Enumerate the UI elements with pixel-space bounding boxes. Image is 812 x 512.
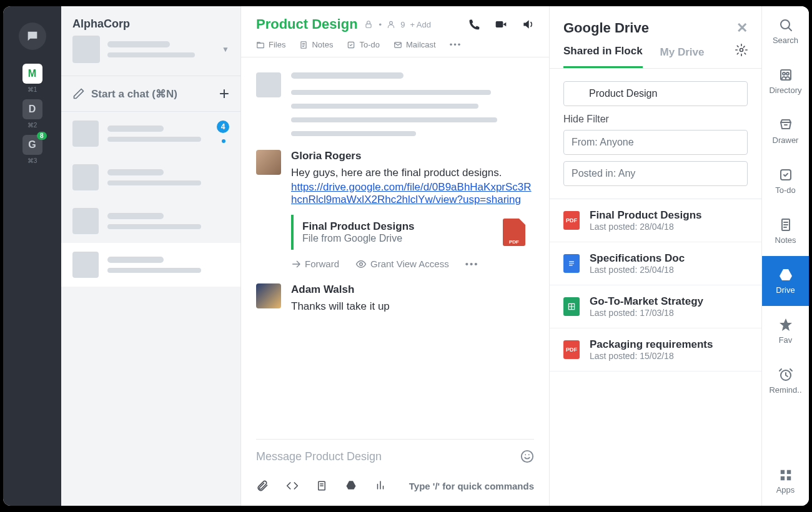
eye-icon — [355, 258, 367, 270]
add-members-link[interactable]: + Add — [410, 20, 431, 29]
rail-remind[interactable]: Remind.. — [762, 356, 809, 406]
rail-fav[interactable]: Fav — [762, 306, 809, 356]
tab-shared[interactable]: Shared in Flock — [563, 45, 643, 68]
file-item[interactable]: PDFPackaging requirementsLast posted: 15… — [550, 328, 761, 372]
msg-text: Thanks will take it up — [291, 298, 534, 315]
todo-icon — [347, 41, 355, 49]
svg-point-7 — [360, 262, 363, 265]
tab-notes[interactable]: Notes — [299, 40, 333, 49]
search-icon — [778, 17, 793, 32]
compose-hint: Type '/' for quick commands — [409, 481, 534, 491]
tab-mailcast[interactable]: Mailcast — [394, 40, 436, 49]
sidebar-item[interactable] — [61, 243, 240, 287]
rail-apps[interactable]: Apps — [762, 457, 809, 506]
pdf-icon: PDF — [563, 340, 580, 359]
app-window: M⌘1D⌘2G⌘38 AlphaCorp ▼ Start a chat (⌘N)… — [3, 6, 809, 506]
more-icon[interactable]: ••• — [465, 258, 479, 269]
file-item[interactable]: PDFFinal Product DesignsLast posted: 28/… — [550, 199, 761, 242]
grant-access-action[interactable]: Grant View Access — [355, 258, 449, 270]
file-sub: Last posted: 28/04/18 — [590, 222, 748, 232]
plus-icon[interactable]: + — [219, 84, 229, 104]
rail-notes[interactable]: Notes — [762, 206, 809, 256]
avatar[interactable] — [256, 283, 281, 308]
svg-point-15 — [786, 72, 789, 75]
remind-icon — [778, 367, 793, 382]
chat-message: Gloria Rogers Hey guys, here are the fin… — [256, 150, 534, 270]
chevron-down-icon[interactable]: ▼ — [222, 45, 229, 54]
more-icon[interactable]: ••• — [450, 40, 462, 49]
msg-sender: Adam Walsh — [291, 283, 534, 296]
file-title: Specifications Doc — [590, 252, 748, 265]
svg-rect-20 — [786, 470, 790, 474]
svg-point-1 — [390, 21, 393, 24]
from-filter[interactable] — [563, 130, 748, 155]
msg-link[interactable]: https://drive.google.com/file/d/0B9aBhHa… — [291, 181, 532, 205]
file-title: Final Product Designs — [590, 209, 748, 222]
team-name[interactable]: AlphaCorp — [72, 17, 229, 31]
file-attachment[interactable]: Final Product Designs File from Google D… — [291, 215, 534, 250]
start-chat-row[interactable]: Start a chat (⌘N) + — [61, 76, 240, 112]
sheet-icon — [563, 297, 580, 316]
lock-icon — [364, 20, 373, 29]
file-sub: Last posted: 25/04/18 — [590, 265, 748, 275]
code-icon[interactable] — [286, 480, 299, 492]
forward-action[interactable]: Forward — [291, 258, 339, 269]
file-name: Final Product Designs — [302, 220, 414, 233]
rail-directory[interactable]: Directory — [762, 56, 809, 106]
gear-icon[interactable] — [735, 44, 748, 56]
file-item[interactable]: Specifications DocLast posted: 25/04/18 — [550, 242, 761, 285]
drive-icon[interactable] — [345, 480, 357, 491]
search-input[interactable] — [563, 81, 748, 106]
fav-icon — [778, 317, 793, 332]
call-icon[interactable] — [468, 18, 480, 31]
sidebar-item[interactable] — [61, 155, 240, 199]
app-logo[interactable] — [19, 22, 46, 50]
svg-rect-22 — [786, 476, 790, 480]
speaker-icon[interactable] — [522, 18, 534, 31]
channel-title[interactable]: Product Design — [256, 16, 358, 32]
file-title: Packaging requirements — [590, 338, 748, 351]
directory-icon — [778, 67, 793, 82]
emoji-icon[interactable] — [520, 450, 534, 463]
drive-panel: Google Drive ✕ Shared in Flock My Drive … — [549, 6, 761, 506]
poll-icon[interactable] — [375, 480, 386, 491]
hide-filter-link[interactable]: Hide Filter — [563, 114, 748, 125]
rail-todo[interactable]: To-do — [762, 156, 809, 206]
compose-placeholder: Message Product Design — [256, 450, 382, 463]
app-rail: SearchDirectoryDrawerTo-doNotesDriveFavR… — [761, 6, 809, 506]
tab-mydrive[interactable]: My Drive — [660, 46, 705, 67]
posted-filter[interactable] — [563, 161, 748, 186]
rail-drawer[interactable]: Drawer — [762, 106, 809, 156]
sidebar-item[interactable] — [61, 199, 240, 243]
svg-rect-0 — [365, 24, 370, 27]
sidebar-item[interactable]: 4 — [61, 112, 240, 155]
svg-rect-21 — [780, 476, 784, 480]
svg-rect-2 — [496, 21, 503, 27]
drive-icon — [778, 267, 793, 282]
file-item[interactable]: Go-To-Market StrategyLast posted: 17/03/… — [550, 285, 761, 328]
note-icon[interactable] — [316, 480, 327, 492]
attach-icon[interactable] — [256, 480, 269, 492]
chat-main: Product Design • 9 + Add Files — [241, 6, 549, 506]
msg-text: Hey guys, here are the final product des… — [291, 165, 534, 181]
video-icon[interactable] — [494, 18, 508, 31]
avatar[interactable] — [72, 36, 100, 63]
skeleton-message — [256, 72, 534, 136]
tab-todo[interactable]: To-do — [347, 40, 380, 49]
panel-title: Google Drive — [563, 20, 649, 36]
avatar[interactable] — [256, 150, 281, 175]
tab-files[interactable]: Files — [256, 40, 285, 49]
start-chat-label: Start a chat (⌘N) — [91, 87, 177, 101]
compose-area[interactable]: Message Product Design Type '/' for quic… — [256, 439, 534, 506]
sidebar: AlphaCorp ▼ Start a chat (⌘N) + 4 — [61, 6, 241, 506]
rail-search[interactable]: Search — [762, 6, 809, 56]
rail-drive[interactable]: Drive — [762, 256, 809, 306]
svg-rect-3 — [257, 43, 264, 48]
close-icon[interactable]: ✕ — [736, 20, 748, 36]
svg-point-10 — [740, 49, 743, 52]
workspace-item[interactable]: G⌘38 — [22, 135, 42, 164]
dot-separator: • — [379, 20, 382, 29]
workspace-item[interactable]: M⌘1 — [22, 64, 42, 93]
workspace-item[interactable]: D⌘2 — [22, 99, 42, 129]
compose-icon — [72, 87, 85, 100]
